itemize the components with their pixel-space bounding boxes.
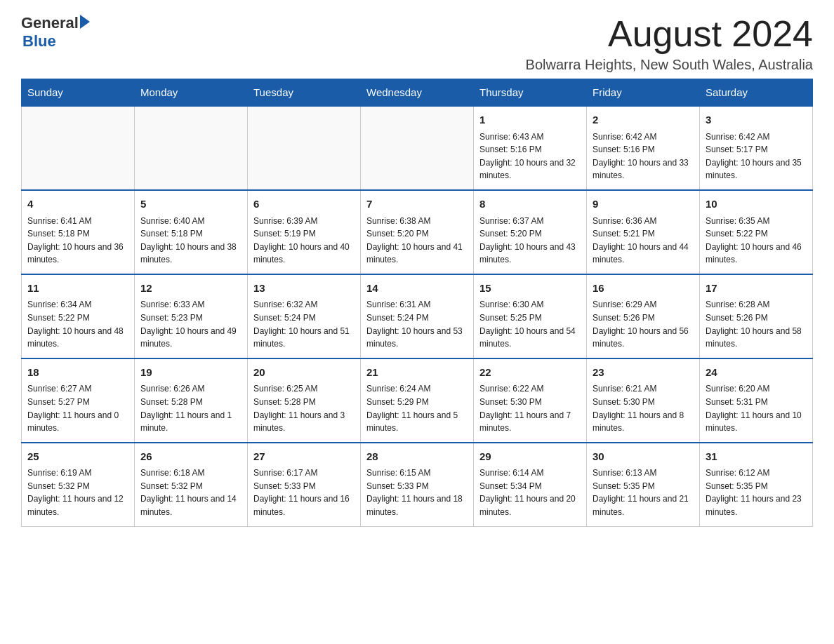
calendar-cell: 30Sunrise: 6:13 AMSunset: 5:35 PMDayligh… <box>587 443 700 526</box>
calendar-cell: 13Sunrise: 6:32 AMSunset: 5:24 PMDayligh… <box>248 274 361 358</box>
calendar-cell: 8Sunrise: 6:37 AMSunset: 5:20 PMDaylight… <box>474 190 587 274</box>
calendar-cell: 10Sunrise: 6:35 AMSunset: 5:22 PMDayligh… <box>700 190 813 274</box>
day-number: 3 <box>706 112 807 128</box>
day-info: Sunrise: 6:43 AMSunset: 5:16 PMDaylight:… <box>479 130 581 182</box>
calendar-cell: 29Sunrise: 6:14 AMSunset: 5:34 PMDayligh… <box>474 443 587 526</box>
day-number: 4 <box>27 196 128 213</box>
calendar-cell: 28Sunrise: 6:15 AMSunset: 5:33 PMDayligh… <box>361 443 474 526</box>
day-info: Sunrise: 6:26 AMSunset: 5:28 PMDaylight:… <box>140 382 241 434</box>
calendar-header-monday: Monday <box>135 79 248 107</box>
day-info: Sunrise: 6:42 AMSunset: 5:16 PMDaylight:… <box>593 130 694 182</box>
day-info: Sunrise: 6:31 AMSunset: 5:24 PMDaylight:… <box>366 298 468 350</box>
day-info: Sunrise: 6:27 AMSunset: 5:27 PMDaylight:… <box>27 382 128 434</box>
day-number: 25 <box>27 449 128 465</box>
title-area: August 2024 Bolwarra Heights, New South … <box>526 14 813 73</box>
location-title: Bolwarra Heights, New South Wales, Austr… <box>526 57 813 73</box>
calendar-header-sunday: Sunday <box>22 79 135 107</box>
calendar-cell: 23Sunrise: 6:21 AMSunset: 5:30 PMDayligh… <box>587 358 700 443</box>
day-info: Sunrise: 6:14 AMSunset: 5:34 PMDaylight:… <box>479 467 581 518</box>
day-info: Sunrise: 6:22 AMSunset: 5:30 PMDaylight:… <box>479 382 581 434</box>
day-number: 13 <box>253 281 355 297</box>
calendar-table: SundayMondayTuesdayWednesdayThursdayFrid… <box>21 79 813 526</box>
day-number: 8 <box>479 196 581 213</box>
day-info: Sunrise: 6:33 AMSunset: 5:23 PMDaylight:… <box>140 298 241 350</box>
logo-blue: Blue <box>22 32 90 51</box>
day-info: Sunrise: 6:15 AMSunset: 5:33 PMDaylight:… <box>366 467 468 518</box>
day-info: Sunrise: 6:13 AMSunset: 5:35 PMDaylight:… <box>593 467 694 518</box>
calendar-cell: 25Sunrise: 6:19 AMSunset: 5:32 PMDayligh… <box>22 443 135 526</box>
day-number: 30 <box>593 449 694 465</box>
day-number: 14 <box>366 281 468 297</box>
calendar-header-saturday: Saturday <box>700 79 813 107</box>
calendar-cell: 26Sunrise: 6:18 AMSunset: 5:32 PMDayligh… <box>135 443 248 526</box>
calendar-cell: 2Sunrise: 6:42 AMSunset: 5:16 PMDaylight… <box>587 106 700 190</box>
calendar-cell: 11Sunrise: 6:34 AMSunset: 5:22 PMDayligh… <box>22 274 135 358</box>
day-info: Sunrise: 6:35 AMSunset: 5:22 PMDaylight:… <box>706 215 807 267</box>
day-number: 24 <box>706 365 807 381</box>
calendar-cell: 31Sunrise: 6:12 AMSunset: 5:35 PMDayligh… <box>700 443 813 526</box>
day-number: 27 <box>253 449 355 465</box>
day-info: Sunrise: 6:36 AMSunset: 5:21 PMDaylight:… <box>593 215 694 267</box>
day-number: 10 <box>706 196 807 213</box>
calendar-cell: 20Sunrise: 6:25 AMSunset: 5:28 PMDayligh… <box>248 358 361 443</box>
day-number: 1 <box>479 112 581 128</box>
day-info: Sunrise: 6:25 AMSunset: 5:28 PMDaylight:… <box>253 382 355 434</box>
day-number: 20 <box>253 365 355 381</box>
page-header: General Blue August 2024 Bolwarra Height… <box>21 14 813 73</box>
calendar-cell: 7Sunrise: 6:38 AMSunset: 5:20 PMDaylight… <box>361 190 474 274</box>
calendar-header-wednesday: Wednesday <box>361 79 474 107</box>
calendar-cell: 15Sunrise: 6:30 AMSunset: 5:25 PMDayligh… <box>474 274 587 358</box>
day-number: 23 <box>593 365 694 381</box>
day-info: Sunrise: 6:12 AMSunset: 5:35 PMDaylight:… <box>706 467 807 518</box>
day-info: Sunrise: 6:29 AMSunset: 5:26 PMDaylight:… <box>593 298 694 350</box>
day-info: Sunrise: 6:42 AMSunset: 5:17 PMDaylight:… <box>706 130 807 182</box>
calendar-cell: 12Sunrise: 6:33 AMSunset: 5:23 PMDayligh… <box>135 274 248 358</box>
day-info: Sunrise: 6:40 AMSunset: 5:18 PMDaylight:… <box>140 215 241 267</box>
calendar-header-friday: Friday <box>587 79 700 107</box>
calendar-cell <box>361 106 474 190</box>
day-info: Sunrise: 6:18 AMSunset: 5:32 PMDaylight:… <box>140 467 241 518</box>
day-number: 7 <box>366 196 468 213</box>
calendar-header-tuesday: Tuesday <box>248 79 361 107</box>
calendar-cell: 22Sunrise: 6:22 AMSunset: 5:30 PMDayligh… <box>474 358 587 443</box>
day-info: Sunrise: 6:32 AMSunset: 5:24 PMDaylight:… <box>253 298 355 350</box>
logo: General Blue <box>21 14 90 51</box>
day-number: 29 <box>479 449 581 465</box>
month-title: August 2024 <box>526 14 813 54</box>
day-info: Sunrise: 6:20 AMSunset: 5:31 PMDaylight:… <box>706 382 807 434</box>
calendar-cell <box>248 106 361 190</box>
calendar-cell: 16Sunrise: 6:29 AMSunset: 5:26 PMDayligh… <box>587 274 700 358</box>
day-number: 31 <box>706 449 807 465</box>
calendar-cell: 21Sunrise: 6:24 AMSunset: 5:29 PMDayligh… <box>361 358 474 443</box>
day-number: 11 <box>27 281 128 297</box>
day-number: 17 <box>706 281 807 297</box>
day-number: 26 <box>140 449 241 465</box>
day-number: 18 <box>27 365 128 381</box>
calendar-cell: 4Sunrise: 6:41 AMSunset: 5:18 PMDaylight… <box>22 190 135 274</box>
calendar-cell: 14Sunrise: 6:31 AMSunset: 5:24 PMDayligh… <box>361 274 474 358</box>
day-number: 2 <box>593 112 694 128</box>
calendar-header-thursday: Thursday <box>474 79 587 107</box>
calendar-cell: 6Sunrise: 6:39 AMSunset: 5:19 PMDaylight… <box>248 190 361 274</box>
calendar-cell <box>135 106 248 190</box>
day-info: Sunrise: 6:28 AMSunset: 5:26 PMDaylight:… <box>706 298 807 350</box>
day-info: Sunrise: 6:24 AMSunset: 5:29 PMDaylight:… <box>366 382 468 434</box>
calendar-cell: 1Sunrise: 6:43 AMSunset: 5:16 PMDaylight… <box>474 106 587 190</box>
day-number: 22 <box>479 365 581 381</box>
day-info: Sunrise: 6:34 AMSunset: 5:22 PMDaylight:… <box>27 298 128 350</box>
day-info: Sunrise: 6:17 AMSunset: 5:33 PMDaylight:… <box>253 467 355 518</box>
day-number: 5 <box>140 196 241 213</box>
calendar-cell: 9Sunrise: 6:36 AMSunset: 5:21 PMDaylight… <box>587 190 700 274</box>
day-number: 6 <box>253 196 355 213</box>
day-info: Sunrise: 6:30 AMSunset: 5:25 PMDaylight:… <box>479 298 581 350</box>
day-number: 19 <box>140 365 241 381</box>
day-number: 28 <box>366 449 468 465</box>
calendar-cell: 18Sunrise: 6:27 AMSunset: 5:27 PMDayligh… <box>22 358 135 443</box>
calendar-cell: 24Sunrise: 6:20 AMSunset: 5:31 PMDayligh… <box>700 358 813 443</box>
calendar-cell: 27Sunrise: 6:17 AMSunset: 5:33 PMDayligh… <box>248 443 361 526</box>
logo-general: General <box>21 14 79 32</box>
day-number: 9 <box>593 196 694 213</box>
calendar-cell: 19Sunrise: 6:26 AMSunset: 5:28 PMDayligh… <box>135 358 248 443</box>
day-info: Sunrise: 6:21 AMSunset: 5:30 PMDaylight:… <box>593 382 694 434</box>
calendar-cell <box>22 106 135 190</box>
